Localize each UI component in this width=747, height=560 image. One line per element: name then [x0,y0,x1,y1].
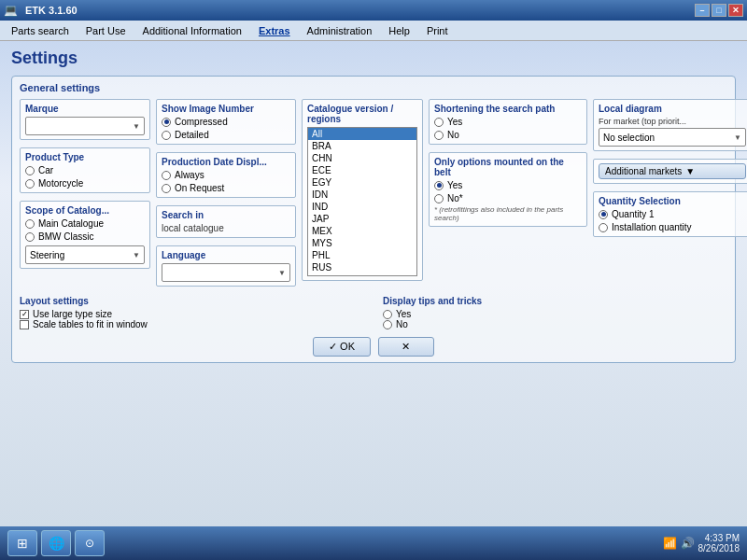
radio-circle-qty1 [599,210,608,219]
catalogue-item-jap[interactable]: JAP [308,213,416,225]
radio-tips-yes-label: Yes [396,309,411,319]
menu-bar: Parts search Part Use Additional Informa… [0,21,747,41]
radio-circle-motorcycle [25,179,35,189]
checkbox-scale-tables[interactable]: Scale tables to fit in window [20,319,364,329]
local-diagram-dropdown[interactable]: No selection ▼ [599,128,746,147]
radio-car[interactable]: Car [25,165,145,175]
checkbox-large-type[interactable]: ✓ Use large type size [20,309,364,319]
taskbar-time: 4:33 PM 8/26/2018 [698,533,740,553]
radio-bmw-classic[interactable]: BMW Classic [25,231,145,242]
checkbox-large-type-label: Use large type size [33,309,112,319]
volume-icon: 🔊 [681,537,695,550]
marque-dropdown[interactable]: ▼ [25,117,145,135]
radio-tips-no[interactable]: No [383,319,727,329]
cancel-button[interactable]: ✕ [378,337,434,357]
radio-shortening-no[interactable]: No [434,130,582,140]
only-options-label: Only options mounted on the belt [434,157,582,177]
window-controls: – □ ✕ [695,4,743,17]
radio-main-catalogue[interactable]: Main Catalogue [25,218,145,229]
radio-detailed[interactable]: Detailed [162,130,290,140]
radio-install-qty[interactable]: Installation quantity [599,222,746,232]
additional-markets-group: Additional markets ▼ [593,159,747,184]
shortening-radios: Yes No [434,117,582,140]
menu-parts-search[interactable]: Parts search [4,23,77,38]
catalogue-item-tha[interactable]: THA [308,273,416,276]
catalogue-item-mys[interactable]: MYS [308,237,416,249]
checkbox-scale-tables-label: Scale tables to fit in window [33,319,148,329]
language-label: Language [162,250,290,260]
search-in-group: Search in local catalogue [156,205,296,238]
catalogue-item-all[interactable]: All [308,128,416,140]
qty-radios: Quantity 1 Installation quantity [599,209,746,232]
menu-print[interactable]: Print [419,23,456,38]
radio-always[interactable]: Always [162,170,290,180]
radio-options-no-label: No* [447,193,463,203]
production-date-group: Production Date Displ... Always On Reque… [156,152,296,198]
display-tips-label: Display tips and tricks [383,296,727,306]
additional-markets-label: Additional markets [605,166,682,176]
radio-on-request-label: On Request [175,183,224,193]
language-dropdown[interactable]: ▼ [162,263,290,282]
menu-part-use[interactable]: Part Use [78,23,134,38]
radio-bmw-label: BMW Classic [38,231,93,242]
radio-circle-options-no [434,194,444,203]
quantity-selection-group: Quantity Selection Quantity 1 Installati… [593,191,747,237]
catalogue-item-rus[interactable]: RUS [308,261,416,273]
radio-options-no[interactable]: No* [434,193,582,203]
scope-value: Steering [30,250,64,260]
local-diagram-value: No selection [603,133,655,143]
radio-qty1[interactable]: Quantity 1 [599,209,746,219]
checkbox-box-scale-tables [20,320,29,329]
close-button[interactable]: ✕ [728,4,743,17]
radio-motorcycle[interactable]: Motorcycle [25,178,145,189]
menu-administration[interactable]: Administration [300,23,380,38]
col-2: Show Image Number Compressed Detailed Pr [156,99,296,290]
taskbar-system-icons: 📶 🔊 [663,537,695,550]
radio-circle-tips-yes [383,310,392,319]
bmw-icon[interactable]: ⊙ [75,530,105,556]
scope-arrow: ▼ [133,251,140,259]
minimize-button[interactable]: – [695,4,710,17]
maximize-button[interactable]: □ [712,4,726,17]
product-type-group: Product Type Car Motorcycle [20,147,150,193]
catalogue-item-idn[interactable]: IDN [308,189,416,201]
menu-extras[interactable]: Extras [251,23,298,38]
catalogue-item-bra[interactable]: BRA [308,140,416,152]
radio-tips-yes[interactable]: Yes [383,309,727,319]
local-diagram-group: Local diagram For market (top priorit...… [593,99,747,151]
radio-on-request[interactable]: On Request [162,183,290,193]
catalogue-item-phl[interactable]: PHL [308,249,416,261]
catalogue-item-egy[interactable]: EGY [308,176,416,189]
start-button[interactable]: ⊞ [7,530,37,556]
radio-circle-car [25,166,35,175]
catalogue-version-group: Catalogue version / regions All BRA CHN … [302,99,423,281]
scope-radios: Main Catalogue BMW Classic [25,218,145,242]
catalogue-item-ece[interactable]: ECE [308,164,416,176]
catalogue-list[interactable]: All BRA CHN ECE EGY IDN IND JAP MEX MYS … [307,127,417,276]
radio-circle-shortening-yes [434,118,444,127]
menu-additional-info[interactable]: Additional Information [135,23,249,38]
radio-circle-install-qty [599,223,608,232]
product-type-radios: Car Motorcycle [25,165,145,189]
production-date-radios: Always On Request [162,170,290,193]
product-type-label: Product Type [25,152,145,162]
catalogue-item-ind[interactable]: IND [308,201,416,213]
search-in-label: Search in [162,210,290,220]
production-date-label: Production Date Displ... [162,157,290,167]
local-diagram-label: Local diagram [599,104,746,114]
window-title: ETK 3.1.60 [21,5,695,16]
image-number-label: Show Image Number [162,104,290,114]
radio-shortening-yes[interactable]: Yes [434,117,582,127]
menu-help[interactable]: Help [381,23,417,38]
browser-icon[interactable]: 🌐 [41,530,71,556]
radio-install-qty-label: Installation quantity [612,222,692,232]
layout-row: Layout settings ✓ Use large type size Sc… [20,296,727,329]
scope-dropdown[interactable]: Steering ▼ [25,245,145,264]
ok-button[interactable]: ✓ OK [313,337,371,357]
radio-compressed[interactable]: Compressed [162,117,290,127]
additional-markets-button[interactable]: Additional markets ▼ [599,163,746,179]
radio-options-yes[interactable]: Yes [434,180,582,190]
catalogue-item-mex[interactable]: MEX [308,225,416,237]
catalogue-item-chn[interactable]: CHN [308,152,416,164]
marque-arrow: ▼ [133,122,140,131]
